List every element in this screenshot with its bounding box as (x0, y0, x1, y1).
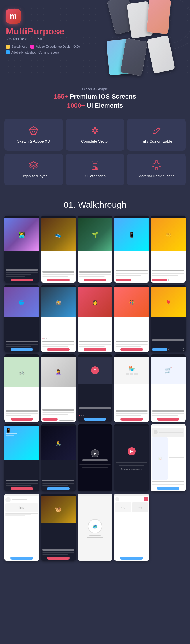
phone-card-3-4: 🏪 (114, 354, 149, 422)
phone-card-4-1: 📱 (4, 424, 39, 491)
feature-complete-vector-label: Complete Vector (81, 139, 109, 144)
badge-xd-label: Adobe Experience Design (XD) (36, 45, 80, 48)
phone-card-3-2: 🤦‍♀️ (41, 354, 76, 422)
brand-name-part2: Purpose (27, 26, 64, 36)
phone-card-3-1: 🚲 (4, 354, 39, 422)
feature-organized-layer-label: Organized layer (20, 174, 47, 179)
phone-content (114, 251, 149, 283)
svg-line-28 (157, 163, 160, 164)
phone-row-4: 📱 🚴 ▶ (4, 424, 186, 491)
phone-card-1-3: 🌱 (78, 216, 113, 283)
phone-content (151, 384, 186, 422)
phone-content (4, 251, 39, 283)
svg-rect-23 (155, 161, 158, 163)
phone-card-5-3: 🗺️ (78, 494, 113, 561)
xd-icon (30, 45, 34, 49)
phone-card-4-2: 🚴 (41, 424, 76, 491)
walkthrough-section: 01. Walkthrough 👨‍💻 👟 (0, 191, 190, 569)
phone-content (41, 387, 76, 422)
phone-card-4-3: ▶ (78, 424, 113, 491)
svg-rect-25 (159, 164, 161, 166)
phone-content (78, 384, 113, 422)
feature-fully-customizable-label: Fully Customizable (141, 139, 172, 144)
phone-content (151, 317, 186, 352)
svg-rect-26 (155, 168, 158, 170)
vector-icon (89, 125, 101, 136)
status-bar (41, 216, 76, 218)
svg-line-30 (157, 166, 160, 168)
stats-count-2: 1000+ (67, 102, 85, 109)
phone-card-3-5: 🛒 (151, 354, 186, 422)
ps-icon (6, 50, 10, 54)
svg-text:7: 7 (96, 167, 97, 169)
feature-material-design: Material Design Icons (127, 154, 186, 185)
status-bar (78, 216, 113, 218)
phone-content (151, 251, 186, 283)
phone-card-4-5: 📊 (151, 424, 186, 491)
svg-line-27 (153, 163, 157, 164)
phone-content (4, 317, 39, 352)
phone-row-5: img 🧺 🗺️ (4, 494, 186, 561)
status-bar (151, 216, 186, 218)
phone-content (114, 317, 149, 352)
phone-content (41, 523, 76, 561)
status-bar (4, 216, 39, 218)
badge-xd: Adobe Experience Design (XD) (30, 45, 80, 49)
svg-marker-0 (29, 126, 38, 135)
stats-section: Clean & Simple 155+ Premium iOS Screens … (0, 81, 190, 113)
feature-sketch-adobe: Sketch & Adobe XD (4, 119, 63, 151)
section-number: 01. (64, 200, 76, 209)
feature-7-categories: 7 7 Categories (66, 154, 124, 185)
phone-content (41, 460, 76, 491)
phone-card-1-4: 📱 (114, 216, 149, 283)
phone-card-5-4: + img img (114, 494, 149, 561)
status-bar (114, 216, 149, 218)
app-logo: m (6, 9, 21, 24)
feature-organized-layer: Organized layer (4, 154, 63, 185)
phone-card-5-2: 🧺 (41, 494, 76, 561)
section-name: Walkthrough (78, 200, 126, 209)
svg-line-5 (33, 126, 38, 129)
badge-sketch-label: Sketch App (11, 45, 27, 48)
feature-complete-vector: Complete Vector (66, 119, 124, 151)
phone-row-1: 👨‍💻 👟 🌱 (4, 216, 186, 283)
phone-card-2-3: 👩 (78, 285, 113, 352)
document-icon: 7 (89, 159, 101, 171)
phone-content (4, 460, 39, 491)
features-grid: Sketch & Adobe XD Complete Vector (4, 119, 186, 185)
section-title: 01. Walkthrough (4, 200, 186, 210)
phone-content (41, 317, 76, 352)
phone-card-2-1: 🌐 (4, 285, 39, 352)
stats-label-2: UI Elements (85, 102, 123, 109)
svg-line-14 (158, 128, 159, 129)
phone-card-2-4: 👫 (114, 285, 149, 352)
phone-card-2-5: 🎈 (151, 285, 186, 352)
feature-fully-customizable: Fully Customizable (127, 119, 186, 151)
phone-card-1-1: 👨‍💻 (4, 216, 39, 283)
badge-sketch: Sketch App (6, 45, 27, 49)
phone-card-1-2: 👟 (41, 216, 76, 283)
phone-card-1-5: 🤲 (151, 216, 186, 283)
svg-rect-7 (96, 127, 98, 129)
stats-count-1: 155+ (54, 93, 68, 100)
phone-content (78, 251, 113, 283)
phone-card-3-3: m (78, 354, 113, 422)
phone-row-2: 🌐 🚵 (4, 285, 186, 352)
phone-row-3: 🚲 🤦‍♀️ m (4, 354, 186, 422)
phone-content (78, 317, 113, 352)
stats-subtitle: Clean & Simple (6, 87, 184, 91)
stats-title-2: 1000+ UI Elements (6, 101, 184, 110)
pencil-icon (151, 125, 162, 136)
badge-ps-label: Adobe Photoshop (Coming Soon) (11, 51, 59, 54)
header-phones (100, 0, 190, 75)
stats-title-1: 155+ Premium iOS Screens (6, 92, 184, 101)
stats-label-1: Premium iOS Screens (68, 93, 136, 100)
svg-line-29 (153, 166, 157, 168)
svg-rect-8 (92, 132, 94, 134)
svg-line-3 (33, 129, 36, 135)
layers-icon (28, 159, 39, 171)
phone-card-4-4: ▶ Discover new places (114, 424, 149, 491)
phone-content (114, 384, 149, 422)
features-section: Sketch & Adobe XD Complete Vector (0, 113, 190, 191)
feature-material-design-label: Material Design Icons (138, 174, 174, 179)
